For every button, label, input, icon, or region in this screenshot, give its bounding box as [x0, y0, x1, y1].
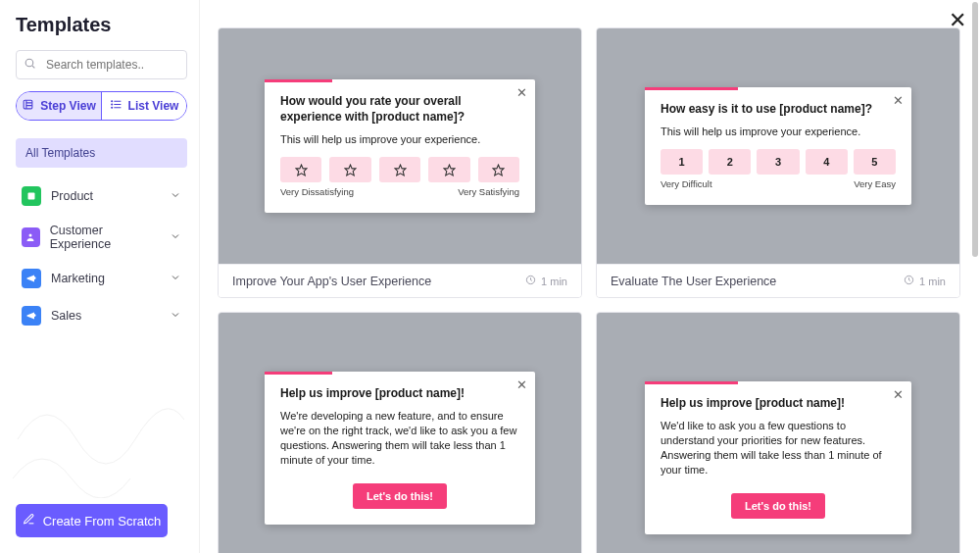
search-input[interactable] [16, 50, 187, 79]
sales-icon [22, 306, 41, 326]
survey-mockup: ✕ Help us improve [product name]! We're … [265, 372, 535, 525]
template-preview: ✕ Help us improve [product name]! We'd l… [597, 313, 959, 553]
search-input-wrap [16, 50, 187, 79]
num-option: 4 [806, 149, 848, 175]
sidebar-item-label: Sales [51, 309, 81, 323]
all-templates-item[interactable]: All Templates [16, 138, 187, 168]
star-rating [280, 157, 519, 182]
template-card[interactable]: ✕ Help us improve [product name]! We'd l… [596, 312, 960, 553]
sidebar-item-label: Product [51, 189, 93, 203]
sidebar: Templates Step View List View All [0, 0, 200, 553]
star-option [329, 157, 370, 182]
create-from-scratch-button[interactable]: Create From Scratch [16, 504, 168, 537]
survey-subtext: We'd like to ask you a few questions to … [661, 419, 896, 477]
star-option [478, 157, 519, 182]
clock-icon [525, 275, 536, 287]
sidebar-item-marketing[interactable]: Marketing [16, 260, 187, 297]
chevron-down-icon [170, 309, 181, 324]
survey-cta-button: Let's do this! [353, 483, 447, 509]
decorative-squiggle [8, 380, 184, 498]
svg-marker-14 [296, 165, 307, 176]
close-icon[interactable]: ✕ [949, 8, 966, 33]
survey-heading: Help us improve [product name]! [661, 395, 896, 411]
svg-point-13 [29, 234, 32, 237]
num-option: 1 [661, 149, 703, 175]
all-templates-label: All Templates [25, 146, 95, 160]
svg-marker-18 [493, 165, 504, 176]
survey-heading: How easy is it to use [product name]? [661, 101, 896, 117]
chevron-down-icon [170, 272, 181, 286]
chevron-down-icon [170, 230, 181, 245]
clock-icon [904, 275, 914, 287]
num-option: 5 [854, 149, 896, 175]
number-rating: 1 2 3 4 5 [661, 149, 896, 175]
sidebar-item-customer-experience[interactable]: Customer Experience [16, 215, 187, 260]
svg-point-11 [111, 107, 112, 108]
survey-subtext: This will help us improve your experienc… [661, 125, 896, 139]
svg-point-10 [111, 104, 112, 105]
sidebar-item-sales[interactable]: Sales [16, 297, 187, 334]
pencil-icon [23, 513, 35, 528]
close-icon: ✕ [893, 387, 904, 402]
survey-mockup: ✕ Help us improve [product name]! We'd l… [645, 381, 911, 534]
svg-point-9 [111, 101, 112, 102]
create-button-label: Create From Scratch [43, 514, 162, 528]
scrollbar[interactable] [972, 0, 978, 553]
scale-left-label: Very Dissatisfying [280, 186, 354, 197]
list-view-label: List View [128, 99, 179, 113]
template-card[interactable]: ✕ Help us improve [product name]! We're … [218, 312, 582, 553]
progress-bar [645, 87, 738, 90]
template-card[interactable]: ✕ How easy is it to use [product name]? … [596, 27, 960, 298]
list-view-icon [110, 98, 122, 114]
view-toggle: Step View List View [16, 91, 187, 121]
scale-left-label: Very Difficult [661, 178, 712, 189]
template-title: Improve Your App's User Experience [232, 275, 431, 288]
step-view-button[interactable]: Step View [17, 92, 101, 120]
marketing-icon [22, 269, 41, 288]
progress-bar [265, 79, 332, 82]
star-option [428, 157, 469, 182]
customer-experience-icon [22, 227, 40, 247]
template-footer: Improve Your App's User Experience 1 min [219, 264, 581, 297]
survey-subtext: This will help us improve your experienc… [280, 132, 519, 147]
star-option [280, 157, 321, 182]
product-icon [22, 186, 41, 206]
close-icon: ✕ [516, 85, 527, 100]
svg-rect-2 [24, 100, 32, 109]
survey-heading: Help us improve [product name]! [280, 385, 519, 401]
survey-mockup: ✕ How easy is it to use [product name]? … [645, 87, 911, 205]
scale-right-label: Very Satisfying [458, 186, 519, 197]
template-preview: ✕ Help us improve [product name]! We're … [219, 313, 581, 553]
step-view-label: Step View [40, 99, 95, 113]
list-view-button[interactable]: List View [101, 92, 186, 120]
survey-cta-button: Let's do this! [731, 493, 825, 519]
progress-bar [265, 372, 332, 375]
scale-right-label: Very Easy [854, 178, 896, 189]
num-option: 2 [709, 149, 751, 175]
progress-bar [645, 381, 738, 384]
template-time: 1 min [525, 275, 567, 287]
page-title: Templates [16, 14, 187, 36]
svg-line-1 [32, 66, 34, 68]
svg-point-0 [25, 59, 33, 67]
close-icon: ✕ [893, 93, 904, 108]
template-time: 1 min [904, 275, 946, 287]
sidebar-item-product[interactable]: Product [16, 177, 187, 215]
survey-mockup: ✕ How would you rate your overall experi… [265, 79, 535, 213]
star-option [379, 157, 420, 182]
svg-marker-16 [395, 165, 406, 176]
sidebar-item-label: Marketing [51, 272, 105, 285]
template-preview: ✕ How easy is it to use [product name]? … [597, 28, 959, 264]
survey-subtext: We're developing a new feature, and to e… [280, 409, 519, 467]
template-preview: ✕ How would you rate your overall experi… [219, 28, 581, 264]
template-title: Evaluate The User Experience [611, 275, 776, 288]
close-icon: ✕ [516, 377, 527, 392]
svg-rect-12 [28, 193, 35, 200]
svg-marker-17 [444, 165, 455, 176]
num-option: 3 [757, 149, 799, 175]
template-card[interactable]: ✕ How would you rate your overall experi… [218, 27, 582, 298]
step-view-icon [22, 98, 34, 114]
chevron-down-icon [170, 189, 181, 204]
template-grid-area: ✕ How would you rate your overall experi… [200, 0, 980, 553]
template-footer: Evaluate The User Experience 1 min [597, 264, 959, 297]
